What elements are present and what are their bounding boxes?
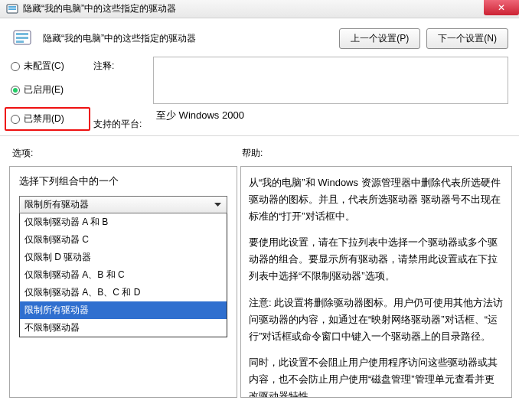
radio-enabled[interactable]: 已启用(E) [11, 83, 90, 96]
state-radio-group: 未配置(C) 已启用(E) 已禁用(D) [11, 57, 90, 131]
config-grid: 未配置(C) 已启用(E) 已禁用(D) 注释: 支持的平台: 至少 Windo… [0, 57, 519, 131]
list-item[interactable]: 仅限制驱动器 A、B、C 和 D [20, 284, 227, 301]
platform-value: 至少 Windows 2000 [153, 104, 508, 129]
radio-icon [11, 86, 20, 95]
svg-rect-1 [8, 6, 16, 8]
radio-label: 已禁用(D) [24, 112, 64, 125]
options-heading: 选择下列组合中的一个 [19, 174, 227, 188]
svg-rect-5 [16, 37, 28, 39]
svg-rect-6 [16, 41, 24, 43]
platform-label: 支持的平台: [93, 118, 150, 131]
radio-label: 未配置(C) [24, 60, 64, 73]
restrict-drives-listbox[interactable]: 仅限制驱动器 A 和 B 仅限制驱动器 C 仅限制 D 驱动器 仅限制驱动器 A… [19, 213, 227, 337]
next-setting-button[interactable]: 下一个设置(N) [426, 28, 508, 49]
comment-textarea[interactable] [153, 57, 508, 104]
radio-icon [11, 62, 20, 71]
header-row: 隐藏“我的电脑”中的这些指定的驱动器 上一个设置(P) 下一个设置(N) [0, 18, 519, 57]
list-item[interactable]: 仅限制驱动器 C [20, 231, 227, 249]
comment-label: 注释: [93, 60, 150, 109]
section-labels: 选项: 帮助: [0, 136, 519, 166]
help-paragraph: 同时，此设置不会阻止用户使用程序访问这些驱动器或其内容，也不会防止用户使用“磁盘… [249, 354, 504, 398]
nav-buttons: 上一个设置(P) 下一个设置(N) [339, 28, 508, 49]
list-item[interactable]: 不限制驱动器 [20, 319, 227, 337]
combo-value: 限制所有驱动器 [24, 198, 89, 211]
svg-rect-2 [8, 8, 16, 10]
help-paragraph: 要使用此设置，请在下拉列表中选择一个驱动器或多个驱动器的组合。要显示所有驱动器，… [249, 234, 504, 285]
prev-setting-button[interactable]: 上一个设置(P) [339, 28, 420, 49]
list-item[interactable]: 仅限制 D 驱动器 [20, 249, 227, 266]
options-panel: 选择下列组合中的一个 限制所有驱动器 仅限制驱动器 A 和 B 仅限制驱动器 C… [9, 166, 237, 398]
title-bar: 隐藏“我的电脑”中的这些指定的驱动器 ✕ [0, 0, 519, 18]
svg-rect-4 [16, 33, 28, 35]
radio-label: 已启用(E) [24, 83, 64, 96]
window-title: 隐藏“我的电脑”中的这些指定的驱动器 [23, 2, 176, 15]
chevron-down-icon [211, 199, 224, 210]
list-item[interactable]: 限制所有驱动器 [20, 301, 227, 319]
help-panel: 从“我的电脑”和 Windows 资源管理器中删除代表所选硬件驱动器的图标。并且… [240, 166, 512, 398]
radio-icon [11, 115, 20, 124]
options-section-label: 选项: [12, 147, 242, 160]
policy-icon [11, 26, 35, 50]
help-section-label: 帮助: [242, 147, 507, 160]
panels-row: 选择下列组合中的一个 限制所有驱动器 仅限制驱动器 A 和 B 仅限制驱动器 C… [0, 166, 519, 398]
close-button[interactable]: ✕ [484, 0, 519, 15]
close-icon: ✕ [498, 2, 505, 13]
content-column: 至少 Windows 2000 [153, 57, 508, 129]
radio-not-configured[interactable]: 未配置(C) [11, 60, 90, 73]
list-item[interactable]: 仅限制驱动器 A、B 和 C [20, 266, 227, 284]
page-title: 隐藏“我的电脑”中的这些指定的驱动器 [43, 32, 196, 45]
radio-disabled[interactable]: 已禁用(D) [5, 107, 90, 131]
label-column: 注释: 支持的平台: [93, 57, 150, 131]
restrict-drives-combo[interactable]: 限制所有驱动器 [19, 196, 227, 213]
list-item[interactable]: 仅限制驱动器 A 和 B [20, 213, 227, 231]
help-paragraph: 从“我的电脑”和 Windows 资源管理器中删除代表所选硬件驱动器的图标。并且… [249, 174, 504, 225]
app-icon [6, 3, 18, 15]
help-paragraph: 注意: 此设置将删除驱动器图标。用户仍可使用其他方法访问驱动器的内容，如通过在“… [249, 295, 504, 345]
